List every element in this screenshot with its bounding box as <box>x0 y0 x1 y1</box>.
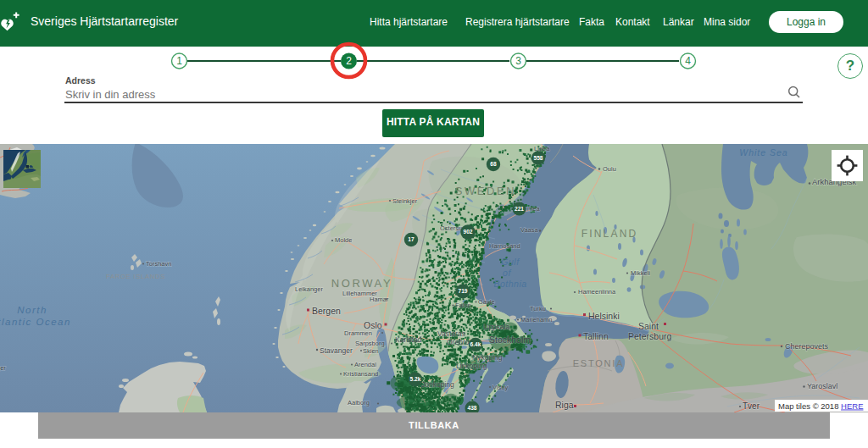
svg-text:221: 221 <box>515 206 524 212</box>
svg-text:17: 17 <box>408 236 415 242</box>
svg-text:North: North <box>17 305 47 315</box>
svg-text:Turku: Turku <box>530 305 546 312</box>
svg-text:6.4k: 6.4k <box>470 341 481 347</box>
svg-text:Riga: Riga <box>555 400 574 410</box>
svg-text:68: 68 <box>490 161 497 167</box>
svg-text:Stavanger: Stavanger <box>320 346 353 355</box>
svg-text:Torshavn: Torshavn <box>146 260 171 268</box>
svg-text:Mariehamn: Mariehamn <box>520 316 553 324</box>
svg-text:558: 558 <box>533 155 542 161</box>
svg-text:Gavle: Gavle <box>478 298 495 306</box>
svg-text:Vasteras: Vasteras <box>437 329 465 338</box>
svg-text:Aalborg: Aalborg <box>348 399 370 407</box>
svg-text:Arendal: Arendal <box>354 361 376 368</box>
svg-text:of: of <box>503 268 511 278</box>
svg-text:Tallinn: Tallinn <box>583 331 609 341</box>
svg-text:Orebro: Orebro <box>447 338 470 346</box>
svg-text:438: 438 <box>467 405 476 411</box>
svg-text:FINLAND: FINLAND <box>581 228 638 240</box>
svg-text:Map tiles © 2018 HERE: Map tiles © 2018 HERE <box>778 401 863 411</box>
svg-text:Falun: Falun <box>455 301 471 309</box>
svg-text:Nykoping: Nykoping <box>472 353 503 362</box>
svg-text:Karlstad: Karlstad <box>395 335 421 344</box>
svg-text:ger: ger <box>0 364 6 372</box>
svg-text:Oulu: Oulu <box>603 165 616 173</box>
svg-text:Cherepovets: Cherepovets <box>785 342 829 351</box>
svg-text:Atlantic Ocean: Atlantic Ocean <box>0 317 71 327</box>
svg-text:Jonkoping: Jonkoping <box>421 380 454 389</box>
svg-text:mea: mea <box>527 205 540 213</box>
svg-text:Linkoping: Linkoping <box>456 362 487 370</box>
svg-text:1: 1 <box>176 55 182 67</box>
svg-text:Molde: Molde <box>335 236 352 244</box>
svg-text:Uppsala: Uppsala <box>483 323 509 331</box>
svg-text:Drammen: Drammen <box>344 329 372 337</box>
svg-text:Gulf: Gulf <box>501 257 520 267</box>
svg-text:Stockholm: Stockholm <box>489 335 531 345</box>
svg-text:Mikkeli: Mikkeli <box>631 269 650 277</box>
svg-text:902: 902 <box>463 229 472 235</box>
svg-text:NORWAY: NORWAY <box>331 277 392 290</box>
svg-text:Harnosand: Harnosand <box>489 242 520 250</box>
svg-text:ESTONIA: ESTONIA <box>573 358 625 368</box>
svg-text:5.2k: 5.2k <box>410 376 421 382</box>
svg-text:Saint: Saint <box>638 321 659 331</box>
svg-text:Skien: Skien <box>363 347 379 355</box>
svg-text:4: 4 <box>685 55 691 67</box>
svg-text:Kristiansand: Kristiansand <box>343 370 378 378</box>
svg-text:SWEDEN: SWEDEN <box>455 185 517 197</box>
svg-text:Vaasa: Vaasa <box>520 226 539 234</box>
svg-text:Helsinki: Helsinki <box>588 311 620 321</box>
svg-text:Yaroslavl: Yaroslavl <box>807 382 837 390</box>
svg-text:719: 719 <box>458 288 467 294</box>
svg-text:Steinkjer: Steinkjer <box>392 197 418 205</box>
svg-text:FAROE ISLANDS: FAROE ISLANDS <box>106 273 165 280</box>
svg-text:3: 3 <box>515 55 521 67</box>
svg-text:Oslo: Oslo <box>364 320 382 330</box>
svg-text:Visby: Visby <box>492 384 508 391</box>
svg-text:Leikanger: Leikanger <box>295 285 323 293</box>
svg-text:Tver: Tver <box>743 401 760 411</box>
svg-text:2: 2 <box>346 55 352 67</box>
svg-text:White Sea: White Sea <box>739 147 787 158</box>
svg-text:Hameenlinna: Hameenlinna <box>578 288 616 296</box>
svg-text:Petersburg: Petersburg <box>628 331 672 341</box>
svg-text:Sarpsborg: Sarpsborg <box>355 340 385 347</box>
svg-text:Bergen: Bergen <box>312 306 341 316</box>
svg-text:Bothnia: Bothnia <box>493 279 526 289</box>
